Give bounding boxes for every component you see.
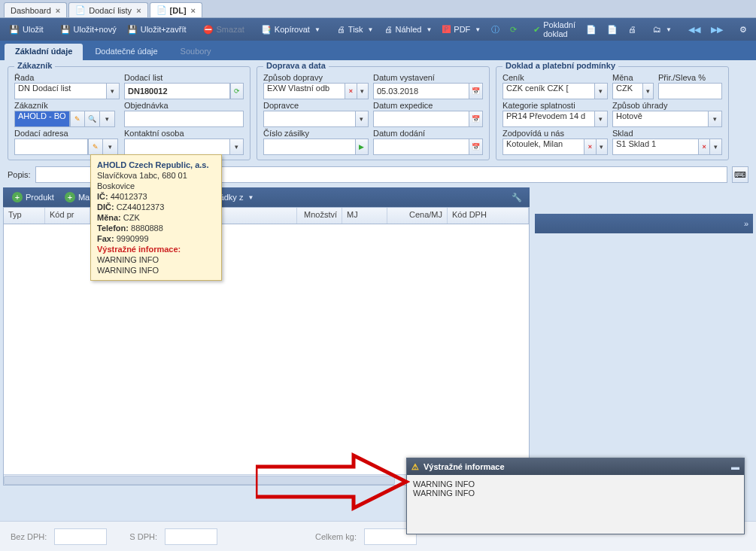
- rada-input[interactable]: DN Dodací list: [14, 83, 107, 99]
- calendar-icon[interactable]: 📅: [469, 139, 483, 155]
- mena-input[interactable]: CZK: [612, 83, 643, 99]
- datum-expedice-input[interactable]: [373, 111, 469, 127]
- edit-icon[interactable]: ✎: [88, 139, 103, 155]
- keyboard-icon[interactable]: ⌨: [732, 166, 748, 183]
- search-icon[interactable]: 🔍: [85, 111, 100, 127]
- prir-sleva-input[interactable]: [658, 83, 722, 99]
- plus-icon: +: [12, 192, 23, 202]
- print-button[interactable]: 🖨Tisk▼: [332, 23, 378, 36]
- col-mj[interactable]: MJ: [342, 208, 387, 224]
- grid-config-button[interactable]: 🔧: [509, 193, 525, 202]
- warning-line: WARNING INFO: [413, 489, 738, 498]
- zakaznik-input[interactable]: AHOLD - BO: [14, 111, 70, 127]
- dropdown-icon[interactable]: ▾: [710, 139, 722, 155]
- settings-button[interactable]: ⚙: [735, 23, 751, 37]
- zodpovida-input[interactable]: Kotoulek, Milan: [502, 139, 584, 155]
- chevron-down-icon: ▼: [666, 26, 672, 33]
- expand-icon[interactable]: »: [744, 219, 748, 228]
- dropdown-icon[interactable]: ▾: [643, 83, 654, 99]
- printer-icon: 🖨: [337, 25, 345, 34]
- tab-dodaci-listy[interactable]: 📄Dodací listy×: [68, 2, 147, 17]
- pokladni-button[interactable]: ✔Pokladní doklad: [529, 18, 580, 41]
- edit-icon[interactable]: ✎: [70, 111, 85, 127]
- celkem-kg-label: Celkem kg:: [315, 532, 357, 541]
- warning-icon: ⚠: [411, 462, 419, 472]
- tab-dashboard[interactable]: Dashboard×: [4, 2, 67, 17]
- refresh-icon[interactable]: ⟳: [230, 83, 244, 99]
- objednavka-input[interactable]: [124, 111, 244, 127]
- nav-prev-button[interactable]: ◀◀: [684, 23, 705, 37]
- printer-icon: 🖨: [628, 25, 636, 34]
- zpusob-uhrady-input[interactable]: Hotově: [612, 111, 709, 127]
- info-button[interactable]: ⓘ: [487, 22, 504, 38]
- calendar-icon[interactable]: 📅: [469, 83, 483, 99]
- dodaci-adresa-input[interactable]: [14, 139, 88, 155]
- template-button[interactable]: 🗂▼: [648, 23, 676, 36]
- save-new-button[interactable]: 💾Uložit+nový: [56, 23, 121, 37]
- delete-button[interactable]: ⛔Smazat: [199, 23, 249, 37]
- dropdown-icon[interactable]: ▾: [103, 139, 118, 155]
- legend: Doprava a data: [263, 61, 329, 70]
- datum-vystaveni-input[interactable]: [373, 83, 469, 99]
- doc1-button[interactable]: 📄: [581, 23, 601, 37]
- dropdown-icon[interactable]: ▾: [597, 139, 608, 155]
- col-kod[interactable]: Kód pr: [45, 208, 90, 224]
- clear-icon[interactable]: ×: [584, 139, 596, 155]
- dopravce-label: Dopravce: [263, 101, 369, 110]
- add-product-button[interactable]: +Produkt: [8, 190, 59, 205]
- dropdown-icon[interactable]: ▾: [100, 111, 115, 127]
- close-icon[interactable]: ×: [191, 6, 196, 15]
- dropdown-icon[interactable]: ▾: [595, 111, 608, 127]
- nav-next-button[interactable]: ▶▶: [706, 23, 727, 37]
- close-icon[interactable]: ×: [56, 6, 60, 15]
- tab-dodatecne-udaje[interactable]: Dodatečné údaje: [84, 44, 168, 60]
- minimize-icon[interactable]: ▬: [731, 462, 739, 471]
- calendar-icon[interactable]: 📅: [469, 111, 483, 127]
- doc2-button[interactable]: 📄: [603, 23, 622, 37]
- save-button[interactable]: 💾Uložit: [5, 23, 48, 37]
- save-close-button[interactable]: 💾Uložit+zavřít: [123, 23, 191, 37]
- sklad-input[interactable]: S1 Sklad 1: [612, 139, 699, 155]
- gear-icon: ⚙: [739, 25, 747, 35]
- dropdown-icon[interactable]: ▾: [595, 83, 608, 99]
- clear-icon[interactable]: ×: [699, 139, 711, 155]
- kategorie-input[interactable]: PR14 Převodem 14 d: [502, 111, 595, 127]
- cenik-input[interactable]: CZK ceník CZK [: [502, 83, 595, 99]
- tooltip-warning-title: Výstražné informace:: [97, 244, 215, 254]
- close-icon[interactable]: ×: [136, 6, 141, 15]
- tab-dl[interactable]: 📄[DL]×: [150, 2, 202, 17]
- refresh-button[interactable]: ⟳: [506, 23, 521, 37]
- dopravce-input[interactable]: [263, 111, 356, 127]
- doc-icon: 📄: [75, 5, 86, 15]
- col-typ[interactable]: Typ: [4, 208, 45, 224]
- dropdown-icon[interactable]: ▾: [709, 111, 722, 127]
- tab-zakladni-udaje[interactable]: Základní údaje: [5, 44, 83, 60]
- clear-icon[interactable]: ×: [345, 83, 357, 99]
- pdf-button[interactable]: 🅿PDF▼: [438, 23, 485, 36]
- go-icon[interactable]: ▶: [356, 139, 369, 155]
- zpusob-dopravy-input[interactable]: EXW Vlastní odb: [263, 83, 345, 99]
- col-dph[interactable]: Kód DPH: [448, 208, 529, 224]
- copy-button[interactable]: 📑Kopírovat▼: [257, 23, 325, 37]
- cislo-zasilky-input[interactable]: [263, 139, 356, 155]
- legend: Doklad a platební podmínky: [502, 61, 618, 70]
- dropdown-icon[interactable]: ▾: [107, 83, 120, 99]
- kontaktni-input[interactable]: [124, 139, 230, 155]
- dropdown-icon[interactable]: ▾: [357, 83, 369, 99]
- copy-icon: 📑: [261, 25, 272, 35]
- preview-button[interactable]: 🖨Náhled▼: [380, 23, 437, 36]
- dropdown-icon[interactable]: ▾: [356, 111, 369, 127]
- preview-icon: 🖨: [384, 25, 393, 34]
- dodaci-list-label: Dodací list: [124, 73, 244, 82]
- print2-button[interactable]: 🖨: [624, 23, 641, 36]
- col-cena[interactable]: Cena/MJ: [387, 208, 448, 224]
- plus-icon: +: [65, 192, 75, 202]
- tab-soubory[interactable]: Soubory: [170, 44, 222, 60]
- dropdown-icon[interactable]: ▾: [230, 139, 244, 155]
- datum-dodani-input[interactable]: [373, 139, 469, 155]
- items-grid: Typ Kód pr Množství MJ Cena/MJ Kód DPH: [3, 207, 530, 486]
- col-mnozstvi[interactable]: Množství: [297, 208, 342, 224]
- refresh-icon: ⟳: [510, 25, 517, 35]
- dodaci-list-input[interactable]: [124, 83, 230, 99]
- zakaznik-label: Zákazník: [14, 101, 120, 110]
